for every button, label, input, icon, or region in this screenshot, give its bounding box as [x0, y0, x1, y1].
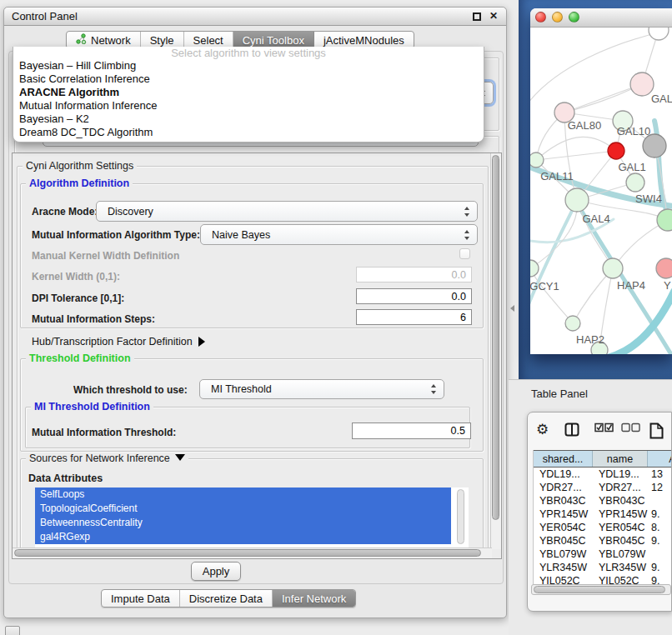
combo-arrows-icon [430, 384, 438, 394]
tab-label: Select [193, 34, 223, 47]
table-cell: 9. [648, 508, 671, 521]
kernel-width-label: Kernel Width (0,1): [32, 271, 120, 282]
node-label-hap2: HAP2 [576, 333, 604, 346]
close-traffic-light-icon[interactable] [535, 12, 546, 22]
dropdown-item-bayesian-k2[interactable]: Bayesian – K2 [13, 112, 484, 126]
sources-title: Sources for Network Inference [29, 452, 170, 464]
hub-section-expander[interactable]: Hub/Transcription Factor Definition [32, 336, 205, 348]
file-icon[interactable] [649, 422, 664, 442]
table-cell: YBR043C [593, 494, 648, 508]
attribute-item-gal4rgexp[interactable]: gal4RGexp [35, 530, 451, 544]
float-window-icon[interactable] [473, 12, 481, 21]
deselect-all-icon[interactable] [621, 422, 640, 435]
network-node[interactable] [657, 209, 672, 231]
tab-cyni-toolbox[interactable]: Cyni Toolbox [233, 32, 314, 48]
network-edge [564, 84, 642, 112]
sources-expander[interactable]: Sources for Network Inference [26, 452, 188, 464]
network-node[interactable] [626, 173, 644, 192]
apply-button[interactable]: Apply [191, 562, 241, 581]
table-row[interactable]: YBR043CYBR043C [534, 494, 671, 508]
settings-vertical-scrollbar[interactable] [490, 153, 501, 549]
attribute-item-betweennesscentrality[interactable]: BetweennessCentrality [35, 516, 451, 530]
zoom-traffic-light-icon[interactable] [569, 12, 579, 22]
attributes-list-scrollbar[interactable] [457, 489, 464, 544]
mi-threshold-value: 0.5 [451, 425, 465, 437]
tab-discretize-data[interactable]: Discretize Data [180, 590, 273, 607]
minimize-traffic-light-icon[interactable] [552, 12, 563, 22]
attribute-item-selfloops[interactable]: SelfLoops [35, 488, 451, 502]
mi-type-combo[interactable]: Naive Bayes [200, 224, 478, 245]
network-node[interactable] [603, 258, 623, 278]
scrollbar-thumb[interactable] [492, 155, 499, 520]
split-columns-icon[interactable] [564, 422, 579, 439]
attribute-item-topologicalcoefficient[interactable]: TopologicalCoefficient [35, 502, 451, 516]
close-window-icon[interactable]: ✕ [489, 10, 498, 22]
table-row[interactable]: YER054CYER054C8. [534, 521, 671, 534]
tab-impute-data[interactable]: Impute Data [102, 590, 180, 607]
tab-label: Impute Data [111, 592, 170, 605]
tab-network[interactable]: Network [67, 32, 141, 48]
network-node[interactable] [608, 142, 624, 159]
settings-horizontal-scrollbar[interactable] [13, 548, 492, 558]
network-node[interactable] [565, 316, 580, 331]
dropdown-item-bayesian-hill-climbing[interactable]: Bayesian – Hill Climbing [13, 59, 484, 72]
network-node[interactable] [565, 188, 589, 212]
threshold-definition-title: Threshold Definition [26, 352, 134, 364]
network-node[interactable] [656, 258, 672, 278]
node-label-hap4: HAP4 [617, 279, 645, 292]
tab-jactivemnodules[interactable]: jActiveMNodules [314, 32, 414, 48]
table-row[interactable]: YBL079WYBL079W [534, 548, 671, 561]
table-row[interactable]: YDR27...YDR27...12 [534, 481, 671, 494]
network-node[interactable] [530, 260, 539, 277]
table-row[interactable]: YLR345WYLR345W9. [534, 561, 671, 574]
column-header-name[interactable]: name [593, 451, 648, 467]
network-node[interactable] [643, 134, 666, 158]
dropdown-item-aracne-algorithm[interactable]: ARACNE Algorithm [13, 86, 484, 99]
network-node[interactable] [530, 152, 544, 168]
table-cell: YER054C [534, 521, 593, 534]
aracne-mode-combo[interactable]: Discovery [96, 201, 478, 222]
table-cell: YBL079W [593, 548, 648, 561]
dropdown-item-dream8-dc-tdc-algorithm[interactable]: Dream8 DC_TDC Algorithm [13, 126, 484, 139]
table-row[interactable]: YDL19...YDL19...13 [534, 468, 671, 481]
scrollbar-thumb[interactable] [14, 549, 481, 557]
node-label-gal: GAL [651, 92, 672, 105]
table-cell: YDL19... [534, 468, 593, 481]
aracne-mode-label: Aracne Mode: [32, 206, 98, 218]
network-edge [609, 291, 672, 354]
select-all-icon[interactable] [594, 422, 614, 435]
column-header-a[interactable]: A [648, 451, 672, 467]
table-cell: YLR345W [593, 561, 648, 574]
mi-threshold-field[interactable]: 0.5 [352, 422, 471, 439]
gear-icon[interactable]: ⚙ [536, 422, 549, 437]
table-row[interactable]: YBR045CYBR045C9. [534, 534, 671, 548]
tab-style[interactable]: Style [141, 32, 184, 48]
table-body: YDL19...YDL19...13YDR27...YDR27...12YBR0… [534, 468, 671, 590]
tab-infer-network[interactable]: Infer Network [273, 590, 355, 607]
which-threshold-combo[interactable]: MI Threshold [199, 379, 444, 399]
network-canvas[interactable]: GALGAL80GAL10GAL1GAL11SWI4GAL4GCY1HAP4YH… [530, 28, 672, 354]
split-collapse-icon[interactable] [510, 305, 514, 312]
mi-steps-field[interactable]: 6 [356, 309, 472, 325]
network-icon [76, 33, 87, 47]
table-row[interactable]: YPR145WYPR145W9. [534, 508, 671, 521]
dpi-tolerance-label: DPI Tolerance [0,1]: [32, 292, 124, 304]
scrollbar-thumb[interactable] [534, 586, 665, 593]
tab-select[interactable]: Select [184, 32, 233, 48]
table-header-row: shared...nameA [534, 450, 671, 468]
cut-bottom-button[interactable] [5, 626, 20, 635]
column-header-shared[interactable]: shared... [534, 451, 593, 467]
table-cell: YDR27... [534, 481, 593, 494]
network-node[interactable] [630, 72, 654, 96]
network-node[interactable] [649, 28, 669, 40]
table-horizontal-scrollbar[interactable] [531, 584, 671, 595]
dropdown-item-basic-correlation-inference[interactable]: Basic Correlation Inference [13, 72, 484, 86]
manual-kernel-checkbox[interactable] [459, 248, 470, 259]
combo-arrows-icon [464, 230, 471, 240]
expand-right-icon [198, 337, 205, 347]
table-cell: YBR043C [534, 494, 593, 508]
dpi-tolerance-field[interactable]: 0.0 [356, 288, 472, 304]
table-cell: YPR145W [593, 508, 648, 521]
dropdown-item-mutual-information-inference[interactable]: Mutual Information Inference [13, 99, 484, 112]
kernel-width-field[interactable]: 0.0 [356, 267, 472, 282]
